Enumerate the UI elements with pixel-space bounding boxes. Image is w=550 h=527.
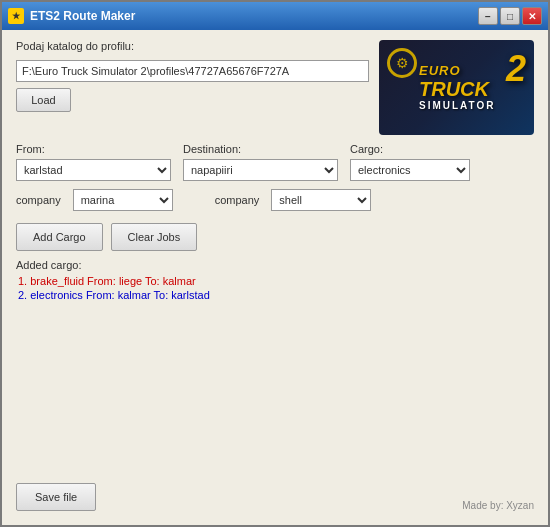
cargo-item-number: 2.	[18, 289, 27, 301]
minimize-button[interactable]: −	[478, 7, 498, 25]
company-from-label: company	[16, 194, 61, 206]
destination-label: Destination:	[183, 143, 338, 155]
top-section: Podaj katalog do profilu: Load ⚙ EURO TR…	[16, 40, 534, 135]
from-label: From:	[16, 143, 171, 155]
logo-number: 2	[506, 48, 526, 90]
cargo-item-text: brake_fluid From: liege To: kalmar	[30, 275, 195, 287]
title-bar-left: ★ ETS2 Route Maker	[8, 8, 135, 24]
logo-box: ⚙ EURO TRUCK SIMULATOR 2	[379, 40, 534, 135]
path-label: Podaj katalog do profilu:	[16, 40, 369, 52]
maximize-button[interactable]: □	[500, 7, 520, 25]
list-item: 1. brake_fluid From: liege To: kalmar	[18, 275, 534, 287]
form-section: Podaj katalog do profilu: Load	[16, 40, 369, 112]
clear-jobs-button[interactable]: Clear Jobs	[111, 223, 198, 251]
from-group: From: karlstad liege kalmar	[16, 143, 171, 181]
load-button[interactable]: Load	[16, 88, 71, 112]
cargo-group: Cargo: electronics brake_fluid	[350, 143, 470, 181]
bottom-row: Save file Made by: Xyzan	[16, 479, 534, 515]
cargo-list: 1. brake_fluid From: liege To: kalmar 2.…	[16, 275, 534, 301]
title-bar: ★ ETS2 Route Maker − □ ✕	[2, 2, 548, 30]
from-dest-cargo-row: From: karlstad liege kalmar Destination:…	[16, 143, 534, 181]
company-row: company marina shell company shell marin…	[16, 189, 534, 211]
app-icon: ★	[8, 8, 24, 24]
action-buttons-row: Add Cargo Clear Jobs	[16, 223, 534, 251]
company-dest-label: company	[215, 194, 260, 206]
destination-select[interactable]: napapiiri kalmar karlstad	[183, 159, 338, 181]
made-by-label: Made by: Xyzan	[462, 500, 534, 511]
close-button[interactable]: ✕	[522, 7, 542, 25]
destination-group: Destination: napapiiri kalmar karlstad	[183, 143, 338, 181]
title-buttons: − □ ✕	[478, 7, 542, 25]
logo-gear-icon: ⚙	[387, 48, 417, 78]
add-cargo-button[interactable]: Add Cargo	[16, 223, 103, 251]
added-cargo-section: Added cargo: 1. brake_fluid From: liege …	[16, 259, 534, 471]
logo-simulator-text: SIMULATOR	[419, 100, 496, 111]
cargo-label: Cargo:	[350, 143, 470, 155]
list-item: 2. electronics From: kalmar To: karlstad	[18, 289, 534, 301]
window-title: ETS2 Route Maker	[30, 9, 135, 23]
main-window: ★ ETS2 Route Maker − □ ✕ Podaj katalog d…	[0, 0, 550, 527]
company-from-select[interactable]: marina shell	[73, 189, 173, 211]
path-input[interactable]	[16, 60, 369, 82]
cargo-select[interactable]: electronics brake_fluid	[350, 159, 470, 181]
logo-section: ⚙ EURO TRUCK SIMULATOR 2	[379, 40, 534, 135]
cargo-item-text: electronics From: kalmar To: karlstad	[30, 289, 210, 301]
from-select[interactable]: karlstad liege kalmar	[16, 159, 171, 181]
company-dest-select[interactable]: shell marina	[271, 189, 371, 211]
content-area: Podaj katalog do profilu: Load ⚙ EURO TR…	[2, 30, 548, 525]
logo-euro-text: EURO	[419, 64, 496, 78]
save-file-button[interactable]: Save file	[16, 483, 96, 511]
logo-truck-text: TRUCK	[419, 78, 496, 100]
cargo-item-number: 1.	[18, 275, 27, 287]
added-cargo-label: Added cargo:	[16, 259, 534, 271]
